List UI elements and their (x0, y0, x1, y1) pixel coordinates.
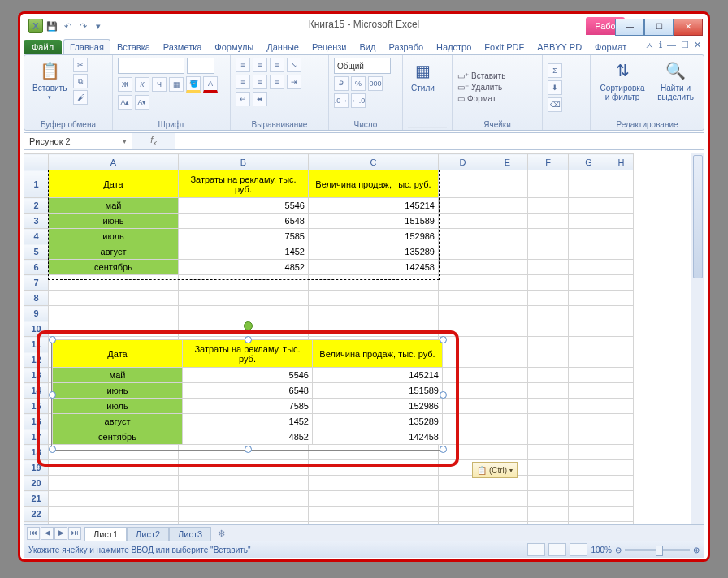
cell[interactable]: август (49, 244, 179, 260)
cell[interactable]: 135289 (309, 244, 439, 260)
cell[interactable] (439, 244, 488, 260)
ribbon-tab-6[interactable]: Вид (353, 39, 383, 54)
ribbon-tab-5[interactable]: Рецензи (306, 39, 353, 54)
orientation[interactable]: ⤡ (287, 58, 301, 72)
cell[interactable] (179, 291, 309, 306)
shrink-font-icon[interactable]: A▾ (135, 95, 150, 110)
font-size-box[interactable] (187, 58, 214, 74)
cell[interactable] (569, 507, 609, 522)
cell[interactable] (569, 445, 609, 460)
paste-options-button[interactable]: 📋 (Ctrl)▾ (472, 462, 518, 478)
cell[interactable] (488, 260, 528, 275)
cell[interactable] (528, 460, 569, 476)
italic-button[interactable]: К (135, 77, 150, 92)
cell[interactable]: 151589 (309, 214, 439, 229)
cell[interactable] (439, 198, 488, 214)
cell[interactable] (439, 507, 488, 522)
cell[interactable] (609, 383, 634, 399)
cell[interactable] (488, 399, 528, 414)
cell[interactable] (569, 198, 609, 214)
cell[interactable] (609, 198, 634, 214)
row-header[interactable]: 19 (24, 460, 49, 476)
cell[interactable] (609, 507, 634, 522)
col-header[interactable]: F (528, 154, 569, 170)
cell[interactable] (439, 306, 488, 321)
cell[interactable] (528, 260, 569, 275)
cell[interactable] (439, 491, 488, 507)
cell[interactable] (569, 260, 609, 275)
cell[interactable] (569, 429, 609, 445)
cell[interactable] (488, 198, 528, 214)
cell[interactable]: 7585 (179, 229, 309, 244)
cell[interactable] (439, 275, 488, 291)
cell[interactable] (609, 229, 634, 244)
cell[interactable] (49, 275, 179, 291)
cell[interactable] (309, 321, 439, 337)
cell[interactable] (528, 229, 569, 244)
formula-input[interactable] (176, 132, 704, 150)
align-bot[interactable]: ≡ (270, 58, 284, 72)
align-right[interactable]: ≡ (270, 75, 284, 89)
format-icon[interactable]: ▭ (457, 94, 465, 103)
cell[interactable] (488, 337, 528, 352)
new-sheet-button[interactable]: ✻ (211, 527, 232, 541)
handle-tl[interactable] (49, 336, 56, 343)
cell[interactable]: 142458 (309, 260, 439, 275)
ribbon-tab-1[interactable]: Вставка (110, 39, 157, 54)
sheet-tab-1[interactable]: Лист2 (127, 527, 169, 541)
inc-decimal[interactable]: .0→ (334, 93, 349, 108)
row-header[interactable]: 16 (24, 414, 49, 429)
cell[interactable] (528, 507, 569, 522)
handle-bl[interactable] (49, 446, 56, 453)
cell[interactable]: май (49, 198, 179, 214)
cell[interactable]: июнь (49, 214, 179, 229)
vertical-scrollbar[interactable] (691, 153, 704, 525)
handle-tr[interactable] (440, 336, 447, 343)
cell[interactable] (569, 399, 609, 414)
cell[interactable] (569, 275, 609, 291)
number-format-box[interactable]: Общий (334, 58, 391, 74)
cell[interactable] (309, 491, 439, 507)
ribbon-tab-2[interactable]: Разметка (157, 39, 209, 54)
cell[interactable] (569, 170, 609, 198)
row-header[interactable]: 13 (24, 368, 49, 383)
row-header[interactable]: 1 (24, 170, 49, 198)
cell[interactable] (179, 491, 309, 507)
cell[interactable] (609, 291, 634, 306)
cell[interactable] (609, 399, 634, 414)
name-box[interactable]: Рисунок 2▾ (24, 132, 132, 150)
cell[interactable] (609, 214, 634, 229)
cell[interactable] (179, 275, 309, 291)
row-header[interactable]: 4 (24, 229, 49, 244)
cell[interactable] (569, 214, 609, 229)
col-header[interactable]: D (439, 154, 488, 170)
col-header[interactable]: B (179, 154, 309, 170)
cell[interactable] (569, 306, 609, 321)
cell[interactable] (569, 414, 609, 429)
cell[interactable] (609, 170, 634, 198)
cell[interactable] (439, 429, 488, 445)
cell[interactable] (309, 306, 439, 321)
cell[interactable] (439, 291, 488, 306)
format-painter-icon[interactable]: 🖌 (73, 90, 88, 105)
ribbon-tab-11[interactable]: Формат (588, 39, 633, 54)
cell[interactable] (569, 229, 609, 244)
cell[interactable] (609, 275, 634, 291)
indent[interactable]: ⇥ (287, 75, 301, 89)
minimize-ribbon-icon[interactable]: ㅅ (645, 40, 654, 52)
cell[interactable] (569, 244, 609, 260)
cell[interactable] (609, 368, 634, 383)
autosum-icon[interactable]: Σ (548, 63, 562, 78)
cell[interactable] (569, 383, 609, 399)
row-header[interactable]: 14 (24, 383, 49, 399)
cell[interactable] (49, 291, 179, 306)
zoom-out[interactable]: ⊖ (615, 546, 622, 554)
wrap-text[interactable]: ↩ (236, 92, 250, 106)
row-header[interactable]: 17 (24, 429, 49, 445)
find-select-button[interactable]: 🔍Найти и выделить (652, 58, 699, 103)
ribbon-tab-10[interactable]: ABBYY PD (531, 39, 588, 54)
ribbon-tab-7[interactable]: Разрабо (382, 39, 430, 54)
cell[interactable] (569, 460, 609, 476)
cell[interactable] (488, 491, 528, 507)
handle-t[interactable] (245, 336, 252, 343)
